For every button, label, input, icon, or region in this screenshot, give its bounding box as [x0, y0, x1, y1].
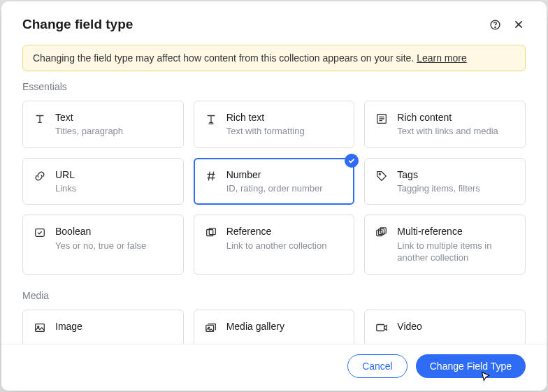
svg-rect-20 [36, 324, 45, 331]
help-icon[interactable] [488, 17, 502, 31]
header-actions [488, 17, 526, 31]
field-label: Media gallery [226, 320, 284, 333]
field-label: Number [226, 168, 323, 181]
warning-text: Changing the field type may affect how c… [33, 52, 417, 64]
number-icon [204, 169, 218, 183]
media-grid: Image Media gallery Video [22, 310, 526, 344]
field-type-rich-content[interactable]: Rich content Text with links and media [364, 101, 526, 148]
svg-point-13 [380, 173, 381, 175]
change-field-type-modal: Change field type Changing the field typ… [1, 1, 547, 391]
field-label: Text [55, 111, 123, 124]
field-label: Boolean [55, 225, 146, 238]
field-desc: Titles, paragraph [55, 125, 123, 138]
field-label: Video [397, 320, 422, 333]
svg-line-12 [212, 171, 213, 180]
field-label: Image [55, 320, 82, 333]
field-label: Tags [397, 168, 480, 181]
svg-point-1 [494, 27, 495, 27]
field-desc: Links [55, 182, 76, 195]
field-type-reference[interactable]: Reference Link to another collection [194, 215, 355, 274]
field-type-image[interactable]: Image [22, 310, 184, 344]
multireference-icon [375, 226, 389, 240]
field-label: Multi-reference [397, 225, 515, 238]
boolean-icon [33, 226, 47, 240]
svg-point-23 [208, 327, 210, 328]
cancel-button[interactable]: Cancel [347, 354, 408, 378]
warning-link[interactable]: Learn more [417, 52, 467, 64]
field-desc: ID, rating, order number [226, 182, 323, 195]
field-type-boolean[interactable]: Boolean Yes or no, true or false [22, 215, 184, 274]
field-desc: Link to another collection [226, 240, 327, 252]
field-type-video[interactable]: Video [364, 310, 526, 344]
warning-banner: Changing the field type may affect how c… [22, 45, 526, 71]
field-type-rich-text[interactable]: Rich text Text with formatting [194, 101, 355, 148]
field-label: Rich content [397, 111, 498, 124]
modal-header: Change field type [1, 1, 547, 36]
field-desc: Text with formatting [226, 125, 305, 138]
field-desc: Text with links and media [397, 125, 498, 138]
field-type-tags[interactable]: Tags Tagging items, filters [364, 158, 526, 205]
section-essentials-label: Essentials [22, 81, 526, 92]
modal-footer: Cancel Change Field Type [1, 344, 547, 391]
gallery-icon [204, 321, 218, 335]
tags-icon [375, 169, 389, 183]
field-type-url[interactable]: URL Links [22, 158, 184, 205]
selected-check-icon [345, 154, 359, 168]
svg-line-11 [208, 171, 210, 180]
video-icon [375, 321, 389, 335]
modal-title: Change field type [22, 17, 133, 32]
field-desc: Yes or no, true or false [55, 240, 146, 252]
field-type-text[interactable]: Text Titles, paragraph [22, 101, 184, 148]
field-desc: Link to multiple items in another collec… [397, 240, 515, 264]
url-icon [33, 169, 47, 183]
svg-point-21 [38, 326, 39, 327]
change-field-type-button[interactable]: Change Field Type [416, 354, 526, 378]
image-icon [33, 321, 47, 335]
field-label: Reference [226, 225, 327, 238]
essentials-grid: Text Titles, paragraph Rich text Text wi… [22, 101, 526, 275]
field-type-number[interactable]: Number ID, rating, order number [194, 158, 355, 205]
text-icon [33, 112, 47, 126]
modal-body[interactable]: Changing the field type may affect how c… [1, 36, 547, 344]
field-type-multi-reference[interactable]: Multi-reference Link to multiple items i… [364, 215, 526, 274]
field-desc: Tagging items, filters [397, 182, 480, 195]
section-media-label: Media [22, 290, 526, 301]
svg-rect-14 [36, 229, 45, 237]
close-icon[interactable] [512, 17, 526, 31]
field-label: URL [55, 168, 76, 181]
svg-rect-24 [377, 324, 384, 331]
field-label: Rich text [226, 111, 305, 124]
reference-icon [204, 226, 218, 240]
richcontent-icon [375, 112, 389, 126]
richtext-icon [204, 112, 218, 126]
field-type-media-gallery[interactable]: Media gallery [194, 310, 355, 344]
